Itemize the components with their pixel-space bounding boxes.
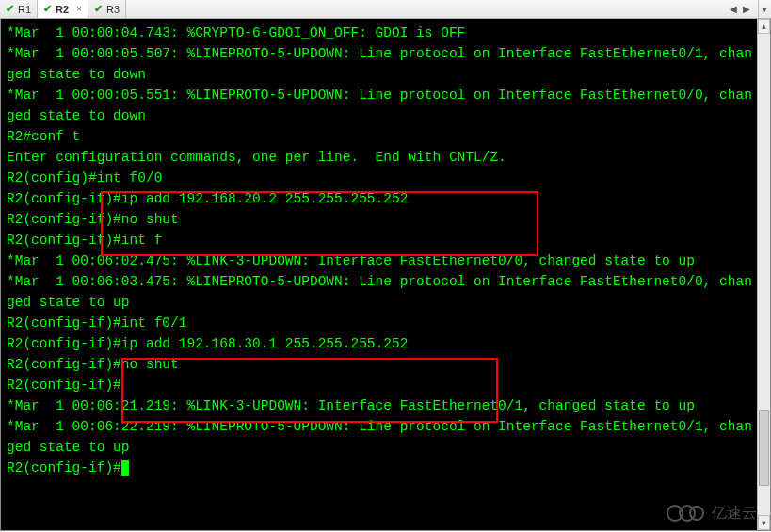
scrollbar-thumb[interactable] bbox=[759, 410, 769, 487]
tab-bar: ✔R1✔R2×✔R3 ◀ ▶ ▾ bbox=[0, 0, 771, 19]
terminal-line: R2(config)#int f0/0 bbox=[7, 168, 753, 188]
terminal-line: *Mar 1 00:00:04.743: %CRYPTO-6-GDOI_ON_O… bbox=[7, 23, 753, 43]
tabbar-spacer bbox=[126, 0, 722, 18]
tab-nav-arrows: ◀ ▶ bbox=[722, 0, 758, 18]
close-icon[interactable]: × bbox=[76, 4, 82, 14]
terminal-line: R2(config-if)#int f bbox=[7, 230, 753, 250]
vertical-scrollbar[interactable]: ▲ ▼ bbox=[757, 19, 770, 530]
terminal[interactable]: *Mar 1 00:00:04.743: %CRYPTO-6-GDOI_ON_O… bbox=[1, 19, 757, 530]
terminal-line: *Mar 1 00:06:21.219: %LINK-3-UPDOWN: Int… bbox=[7, 395, 753, 416]
terminal-line: R2(config-if)#int f0/1 bbox=[7, 313, 753, 333]
tab-nav-right-icon[interactable]: ▶ bbox=[743, 4, 750, 14]
terminal-line: Enter configuration commands, one per li… bbox=[7, 147, 753, 168]
terminal-line: *Mar 1 00:00:05.551: %LINEPROTO-5-UPDOWN… bbox=[7, 85, 753, 126]
terminal-line: R2(config-if)#ip add 192.168.20.2 255.25… bbox=[7, 188, 753, 209]
terminal-line: R2(config-if)#ip add 192.168.30.1 255.25… bbox=[7, 333, 753, 354]
check-icon: ✔ bbox=[94, 3, 103, 15]
tab-label: R2 bbox=[56, 4, 69, 15]
tab-r1[interactable]: ✔R1 bbox=[0, 0, 38, 18]
tab-nav-left-icon[interactable]: ◀ bbox=[730, 4, 737, 14]
scroll-down-button[interactable]: ▼ bbox=[758, 515, 770, 530]
check-icon: ✔ bbox=[43, 3, 52, 15]
chevron-down-icon: ▾ bbox=[763, 5, 767, 14]
tab-r3[interactable]: ✔R3 bbox=[88, 0, 126, 18]
terminal-line: *Mar 1 00:00:05.507: %LINEPROTO-5-UPDOWN… bbox=[7, 43, 753, 85]
terminal-line: R2(config-if)#no shut bbox=[7, 209, 753, 230]
terminal-cursor bbox=[121, 460, 129, 476]
scrollbar-track[interactable] bbox=[758, 34, 770, 515]
terminal-line: *Mar 1 00:06:02.475: %LINK-3-UPDOWN: Int… bbox=[7, 250, 753, 271]
terminal-line: *Mar 1 00:06:03.475: %LINEPROTO-5-UPDOWN… bbox=[7, 271, 753, 313]
terminal-line: *Mar 1 00:06:22.219: %LINEPROTO-5-UPDOWN… bbox=[7, 416, 753, 458]
terminal-line: R2(config-if)# bbox=[7, 375, 753, 395]
terminal-container: *Mar 1 00:00:04.743: %CRYPTO-6-GDOI_ON_O… bbox=[0, 19, 771, 531]
scroll-up-button[interactable]: ▲ bbox=[758, 19, 770, 34]
terminal-line: R2#conf t bbox=[7, 126, 753, 147]
tab-label: R3 bbox=[106, 4, 120, 15]
tab-r2[interactable]: ✔R2× bbox=[38, 0, 88, 18]
terminal-line: R2(config-if)#no shut bbox=[7, 354, 753, 375]
tab-dropdown-button[interactable]: ▾ bbox=[758, 0, 771, 18]
tab-label: R1 bbox=[18, 4, 31, 15]
terminal-line: R2(config-if)# bbox=[7, 458, 753, 478]
check-icon: ✔ bbox=[6, 3, 14, 15]
